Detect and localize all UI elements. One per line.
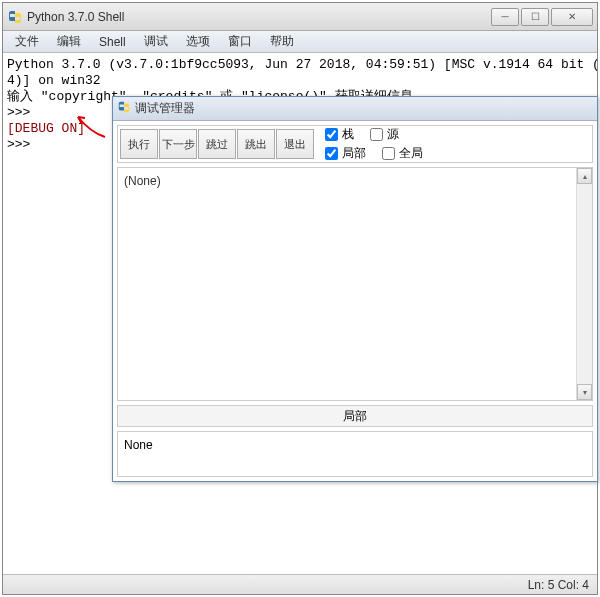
stack-panel[interactable]: (None) ▴ ▾ (117, 167, 593, 401)
out-button[interactable]: 跳出 (237, 129, 275, 159)
status-text: Ln: 5 Col: 4 (528, 578, 589, 592)
locals-none-text: None (124, 438, 153, 452)
stack-none-text: (None) (124, 174, 161, 188)
menu-window[interactable]: 窗口 (220, 31, 260, 52)
window-buttons: ─ ☐ ✕ (491, 8, 593, 26)
locals-label: 局部 (343, 408, 367, 425)
python-icon (117, 100, 131, 117)
close-button[interactable]: ✕ (551, 8, 593, 26)
check-stack[interactable]: 栈 (325, 126, 354, 143)
main-title: Python 3.7.0 Shell (27, 10, 491, 24)
menu-debug[interactable]: 调试 (136, 31, 176, 52)
check-stack-input[interactable] (325, 128, 338, 141)
main-titlebar[interactable]: Python 3.7.0 Shell ─ ☐ ✕ (3, 3, 597, 31)
check-globals[interactable]: 全局 (382, 145, 423, 162)
python-icon (7, 9, 23, 25)
debug-body: (None) ▴ ▾ 局部 None (117, 167, 593, 477)
check-source[interactable]: 源 (370, 126, 399, 143)
menu-options[interactable]: 选项 (178, 31, 218, 52)
quit-button[interactable]: 退出 (276, 129, 314, 159)
debug-title: 调试管理器 (135, 100, 195, 117)
maximize-button[interactable]: ☐ (521, 8, 549, 26)
statusbar: Ln: 5 Col: 4 (3, 574, 597, 594)
over-button[interactable]: 跳过 (198, 129, 236, 159)
check-locals[interactable]: 局部 (325, 145, 366, 162)
check-locals-input[interactable] (325, 147, 338, 160)
step-button[interactable]: 下一步 (159, 129, 197, 159)
menu-edit[interactable]: 编辑 (49, 31, 89, 52)
shell-line: Python 3.7.0 (v3.7.0:1bf9cc5093, Jun 27 … (7, 57, 593, 73)
locals-panel[interactable]: None (117, 431, 593, 477)
check-source-input[interactable] (370, 128, 383, 141)
minimize-button[interactable]: ─ (491, 8, 519, 26)
debug-toolbar: 执行 下一步 跳过 跳出 退出 栈 源 局部 全局 (117, 125, 593, 163)
scroll-up-icon[interactable]: ▴ (577, 168, 592, 184)
menu-shell[interactable]: Shell (91, 33, 134, 51)
debug-titlebar[interactable]: 调试管理器 (113, 97, 597, 121)
debug-checks: 栈 源 局部 全局 (325, 126, 423, 162)
scrollbar[interactable]: ▴ ▾ (576, 168, 592, 400)
menubar: 文件 编辑 Shell 调试 选项 窗口 帮助 (3, 31, 597, 53)
debug-window: 调试管理器 执行 下一步 跳过 跳出 退出 栈 源 局部 全局 (None) ▴… (112, 96, 598, 482)
shell-line: 4)] on win32 (7, 73, 593, 89)
menu-help[interactable]: 帮助 (262, 31, 302, 52)
check-globals-input[interactable] (382, 147, 395, 160)
locals-header: 局部 (117, 405, 593, 427)
scroll-down-icon[interactable]: ▾ (577, 384, 592, 400)
go-button[interactable]: 执行 (120, 129, 158, 159)
menu-file[interactable]: 文件 (7, 31, 47, 52)
